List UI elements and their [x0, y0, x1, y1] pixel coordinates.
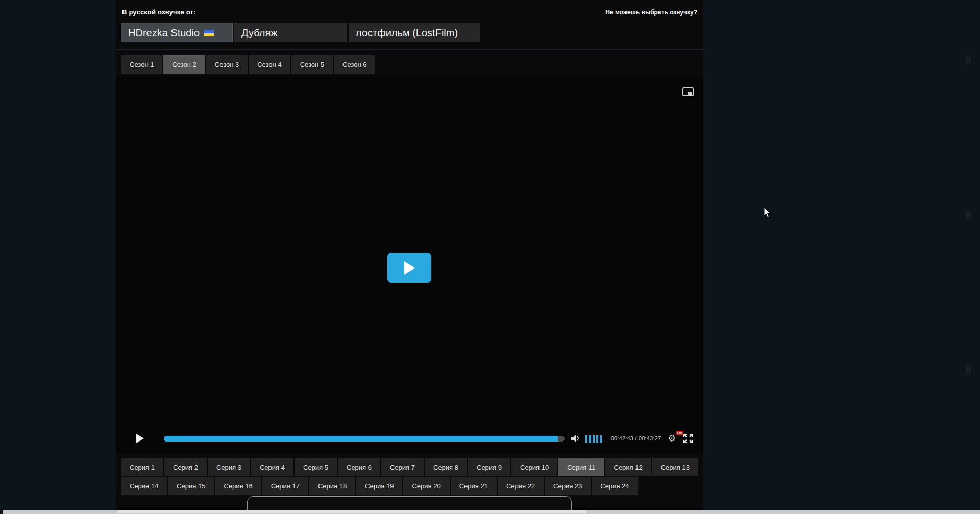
horizontal-scrollbar[interactable] [0, 510, 980, 514]
scrollbar-corner [0, 510, 3, 514]
episode-tab-7[interactable]: Серия 7 [381, 458, 424, 476]
episode-tab-r2-11[interactable]: Серия 24 [592, 477, 638, 495]
episode-tab-label: Серия 4 [260, 463, 285, 471]
season-tab-3[interactable]: Сезон 3 [206, 55, 248, 74]
season-tabs: Сезон 1Сезон 2Сезон 3Сезон 4Сезон 5Сезон… [121, 55, 375, 74]
translator-label: лостфильм (LostFilm) [356, 27, 458, 39]
horizontal-scrollbar-thumb[interactable] [117, 510, 587, 513]
mouse-cursor [764, 207, 771, 218]
episode-tab-13[interactable]: Серия 13 [652, 458, 698, 476]
seek-bar-fill [164, 436, 558, 442]
voiceover-help-link[interactable]: Не можешь выбрать озвучку? [605, 9, 697, 16]
video-player[interactable]: 00:42:43 / 00:43:27 ⚙ HD [116, 77, 703, 453]
season-tab-6[interactable]: Сезон 6 [334, 55, 375, 74]
time-display: 00:42:43 / 00:43:27 [606, 435, 666, 442]
translator-label: Дубляж [241, 27, 278, 39]
episode-tab-11[interactable]: Серия 11 [558, 458, 604, 476]
episode-tab-r2-2[interactable]: Серия 15 [168, 477, 214, 495]
translator-1[interactable]: HDrezka Studio [121, 23, 233, 42]
settings-button[interactable]: ⚙ HD [668, 432, 680, 445]
episode-tab-r2-label: Серия 14 [130, 482, 158, 490]
episode-tab-8[interactable]: Серия 8 [425, 458, 467, 476]
season-tab-label: Сезон 2 [172, 61, 196, 68]
header-divider [116, 49, 703, 50]
volume-bar [593, 435, 595, 443]
season-tab-1[interactable]: Сезон 1 [121, 55, 162, 74]
gear-icon: ⚙ [668, 433, 676, 444]
play-icon [403, 261, 415, 275]
volume-bar [589, 435, 591, 443]
ukraine-flag-icon [204, 30, 214, 36]
episode-tab-label: Серия 5 [303, 463, 328, 471]
episode-tab-5[interactable]: Серия 5 [295, 458, 337, 476]
episode-tab-label: Серия 1 [130, 463, 155, 471]
episode-tab-r2-label: Серия 24 [600, 482, 629, 490]
episode-tab-r2-9[interactable]: Серия 22 [498, 477, 544, 495]
voiceover-label: В русской озвучке от: [122, 8, 196, 16]
episode-tab-label: Серия 13 [661, 463, 690, 471]
background-ornament-icon [964, 364, 975, 377]
season-tab-label: Сезон 3 [215, 61, 239, 68]
episode-tab-r2-1[interactable]: Серия 14 [121, 477, 167, 495]
episode-tab-12[interactable]: Серия 12 [605, 458, 651, 476]
volume-icon[interactable] [571, 434, 581, 443]
big-play-button[interactable] [387, 253, 431, 283]
translator-3[interactable]: лостфильм (LostFilm) [349, 23, 480, 42]
episode-tab-2[interactable]: Серия 2 [164, 458, 207, 476]
season-tab-4[interactable]: Сезон 4 [249, 55, 290, 74]
episode-tab-label: Серия 6 [347, 463, 372, 471]
volume-level-slider[interactable] [585, 435, 602, 443]
episode-tab-r2-label: Серия 19 [365, 482, 394, 490]
episode-tab-r2-label: Серия 16 [224, 482, 252, 490]
translator-list: HDrezka StudioДубляжлостфильм (LostFilm) [121, 23, 480, 42]
episode-row-1: Серия 1Серия 2Серия 3Серия 4Серия 5Серия… [121, 458, 698, 476]
fullscreen-icon[interactable] [683, 433, 693, 444]
player-page-panel: В русской озвучке от: Не можешь выбрать … [116, 0, 703, 514]
episode-tab-3[interactable]: Серия 3 [208, 458, 250, 476]
episode-tab-label: Серия 7 [390, 463, 415, 471]
episode-tab-r2-5[interactable]: Серия 18 [309, 477, 355, 495]
episode-tab-r2-label: Серия 17 [271, 482, 300, 490]
season-tab-label: Сезон 4 [257, 61, 281, 68]
translator-2[interactable]: Дубляж [234, 23, 347, 42]
season-tab-label: Сезон 5 [300, 61, 324, 68]
season-tab-label: Сезон 6 [342, 61, 366, 68]
episode-tab-9[interactable]: Серия 9 [468, 458, 510, 476]
episode-tab-r2-label: Серия 15 [177, 482, 205, 490]
episode-tab-r2-label: Серия 18 [318, 482, 347, 490]
seek-bar[interactable] [164, 436, 565, 442]
episode-row-2: Серия 14Серия 15Серия 16Серия 17Серия 18… [121, 477, 638, 495]
hd-quality-badge: HD [676, 431, 683, 435]
player-controls-bar: 00:42:43 / 00:43:27 ⚙ HD [116, 431, 703, 447]
season-tab-2[interactable]: Сезон 2 [163, 55, 205, 74]
episode-tab-label: Серия 8 [433, 463, 458, 471]
episode-tab-r2-label: Серия 20 [412, 482, 440, 490]
episode-tab-4[interactable]: Серия 4 [251, 458, 293, 476]
episode-tab-label: Серия 11 [567, 463, 595, 471]
episode-tab-r2-label: Серия 23 [553, 482, 582, 490]
translator-label: HDrezka Studio [128, 27, 200, 39]
volume-bar [585, 435, 587, 443]
background-ornament-icon [964, 55, 975, 67]
episode-tab-r2-6[interactable]: Серия 19 [356, 477, 402, 495]
episode-tab-r2-label: Серия 21 [459, 482, 488, 490]
episode-tab-10[interactable]: Серия 10 [511, 458, 557, 476]
episode-tab-r2-3[interactable]: Серия 16 [215, 477, 261, 495]
episode-tab-r2-7[interactable]: Серия 20 [403, 477, 449, 495]
background-ornament-icon [964, 210, 975, 222]
episode-tab-label: Серия 2 [173, 463, 198, 471]
season-tab-5[interactable]: Сезон 5 [291, 55, 333, 74]
episode-tab-r2-10[interactable]: Серия 23 [545, 477, 591, 495]
play-button[interactable] [134, 433, 145, 444]
volume-bar [596, 435, 598, 443]
season-tab-label: Сезон 1 [130, 61, 154, 68]
volume-bar [600, 435, 602, 443]
episode-tab-label: Серия 12 [614, 463, 643, 471]
episode-tab-1[interactable]: Серия 1 [121, 458, 163, 476]
episode-tab-r2-4[interactable]: Серия 17 [262, 477, 308, 495]
episode-tab-r2-label: Серия 22 [506, 482, 535, 490]
episode-tab-label: Серия 9 [477, 463, 502, 471]
episode-tab-6[interactable]: Серия 6 [338, 458, 380, 476]
picture-in-picture-icon[interactable] [682, 87, 694, 96]
episode-tab-r2-8[interactable]: Серия 21 [451, 477, 497, 495]
